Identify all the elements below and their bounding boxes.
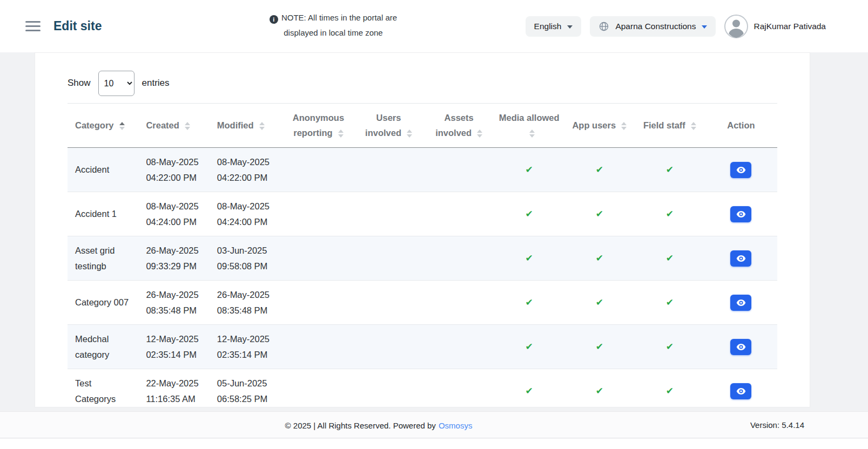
column-label: Media allowed [499,113,560,123]
column-header-field-staff[interactable]: Field staff [635,104,705,148]
cell-users-involved [354,192,424,236]
view-button[interactable] [730,339,751,355]
cell-users-involved [354,369,424,408]
table-row: Accident08-May-202504:22:00 PM08-May-202… [68,148,777,192]
cell-action [705,369,777,408]
cell-modified: 05-Jun-202506:58:25 PM [210,369,284,408]
cell-assets-involved [424,325,494,369]
info-icon: i [270,15,278,24]
version-text: Version: 5.4.14 [750,412,804,439]
cell-created: 08-May-202504:24:00 PM [138,192,209,236]
check-icon: ✔ [526,385,533,396]
column-header-category[interactable]: Category [68,104,138,148]
table-row: Medchal category12-May-202502:35:14 PM12… [68,325,777,369]
column-header-created[interactable]: Created [138,104,209,148]
note-line-1: iNOTE: All times in the portal are [266,10,401,25]
cell-action [705,236,777,281]
cell-field-staff: ✔ [635,192,705,236]
cell-app-users: ✔ [564,369,635,408]
eye-icon [736,343,746,351]
view-button[interactable] [730,206,751,222]
table-row: Category 00726-May-202508:35:48 PM26-May… [68,281,777,325]
cell-category: Test Categorys [68,369,138,408]
table-row: Accident 108-May-202504:24:00 PM08-May-2… [68,192,777,236]
cell-field-staff: ✔ [635,325,705,369]
check-icon: ✔ [596,253,603,263]
column-header-users-involved[interactable]: Users involved [354,104,424,148]
column-header-anonymous-reporting[interactable]: Anonymous reporting [283,104,353,148]
cell-anonymous-reporting [283,369,353,408]
cell-action [705,325,777,369]
cell-app-users: ✔ [564,192,635,236]
copyright-text: © 2025 | All Rights Reserved. Powered by [285,421,436,430]
eye-icon [736,255,746,262]
page-background [0,439,868,449]
cell-media-allowed: ✔ [494,148,564,192]
column-label: Category [75,120,114,130]
note-text-line1: NOTE: All times in the portal are [281,13,397,22]
view-button[interactable] [730,383,751,399]
eye-icon [736,299,746,307]
cell-modified: 08-May-202504:22:00 PM [210,148,284,192]
osmosys-link[interactable]: Osmosys [439,421,473,430]
cell-action [705,192,777,236]
cell-anonymous-reporting [283,325,353,369]
sort-icon[interactable] [621,122,627,130]
column-header-modified[interactable]: Modified [210,104,284,148]
sort-icon[interactable] [185,122,190,130]
column-label: Anonymous reporting [293,113,344,137]
cell-created: 26-May-202509:33:29 PM [138,236,209,281]
sort-icon[interactable] [477,130,482,138]
eye-icon [736,166,746,174]
column-label: Modified [217,120,254,130]
view-button[interactable] [730,295,751,311]
cell-created: 22-May-202511:16:35 AM [138,369,209,408]
check-icon: ✔ [526,253,533,263]
organization-selector[interactable]: Aparna Constructions [590,16,716,37]
page-size-select[interactable]: 10 [98,71,134,96]
language-selector[interactable]: English [526,16,582,37]
column-header-media-allowed[interactable]: Media allowed [494,104,564,148]
sort-icon[interactable] [691,122,696,130]
view-button[interactable] [730,162,751,178]
cell-modified: 12-May-202502:35:14 PM [210,325,284,369]
column-header-action: Action [705,104,777,148]
sort-icon[interactable] [338,130,344,138]
column-label: Field staff [643,120,685,130]
sort-icon[interactable] [119,122,125,130]
avatar-icon [724,15,748,38]
cell-users-involved [354,281,424,325]
timezone-note: iNOTE: All times in the portal are displ… [266,10,401,40]
cell-anonymous-reporting [283,192,353,236]
cell-anonymous-reporting [283,148,353,192]
cell-action [705,148,777,192]
cell-assets-involved [424,281,494,325]
entries-control: Show 10 entries [68,70,777,96]
table-row: Test Categorys22-May-202511:16:35 AM05-J… [68,369,777,408]
sort-icon[interactable] [407,130,412,138]
column-header-assets-involved[interactable]: Assets involved [424,104,494,148]
cell-anonymous-reporting [283,281,353,325]
sort-icon[interactable] [259,122,265,130]
check-icon: ✔ [596,208,603,219]
cell-category: Category 007 [68,281,138,325]
column-label: Users involved [365,113,401,137]
check-icon: ✔ [666,341,674,352]
sort-icon[interactable] [529,130,535,138]
menu-icon[interactable] [25,21,41,31]
footer: © 2025 | All Rights Reserved. Powered by… [0,411,868,438]
table-body: Accident08-May-202504:22:00 PM08-May-202… [68,148,777,408]
cell-modified: 03-Jun-202509:58:08 PM [210,236,284,281]
column-label: Assets involved [435,113,474,137]
view-button[interactable] [730,250,751,267]
check-icon: ✔ [596,341,603,352]
entries-label: entries [142,78,170,89]
column-header-app-users[interactable]: App users [564,104,635,148]
check-icon: ✔ [666,385,674,396]
cell-field-staff: ✔ [635,148,705,192]
cell-category: Asset grid testingb [68,236,138,281]
check-icon: ✔ [666,253,674,263]
note-text-line2: displayed in local time zone [266,25,401,40]
user-menu[interactable]: RajKumar Pativada [724,15,826,38]
cell-created: 26-May-202508:35:48 PM [138,281,209,325]
